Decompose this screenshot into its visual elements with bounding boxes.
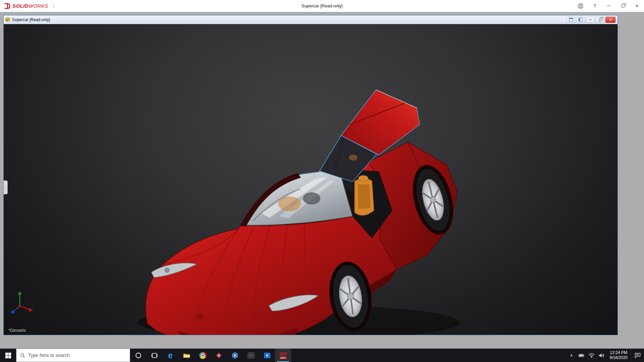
supercar-3d-model[interactable] — [4, 24, 618, 335]
sw-year-label: 2020 — [280, 357, 286, 359]
clock-date: 9/16/2020 — [610, 355, 628, 360]
question-mark-icon: ? — [593, 3, 596, 9]
brand-text: SOLIDWORKS — [12, 3, 48, 9]
pinned-app-dark-window-button[interactable] — [243, 349, 259, 362]
search-input[interactable] — [28, 353, 126, 358]
tray-overflow-button[interactable]: ∧ — [567, 349, 577, 362]
doc-pane-button-b[interactable] — [576, 17, 585, 23]
mdi-background: Supercar [Read-only] × — [0, 12, 644, 349]
brand-bold: SOLID — [12, 3, 29, 9]
graphics-viewport[interactable]: ‹ *Dimetric — [4, 24, 618, 335]
pinned-app-red-button[interactable] — [211, 349, 227, 362]
close-button[interactable]: × — [630, 0, 644, 12]
wifi-icon — [588, 353, 595, 358]
solidworks-mark-icon — [3, 2, 11, 10]
close-icon: × — [609, 17, 612, 22]
restore-icon — [622, 4, 625, 7]
windows-logo-icon — [5, 353, 11, 358]
chevron-left-icon: ‹ — [5, 186, 6, 189]
document-titlebar[interactable]: Supercar [Read-only] × — [4, 15, 618, 24]
chevron-up-icon: ∧ — [570, 353, 573, 358]
taskbar-search[interactable] — [16, 349, 130, 362]
app-titlebar: SOLIDWORKS › Supercar [Read-only] ? × — [0, 0, 644, 12]
view-orientation-label: *Dimetric — [8, 328, 26, 333]
menu-expand-arrow-icon[interactable]: › — [53, 3, 55, 9]
cortana-ring-icon — [135, 352, 142, 359]
solidworks-2020-icon: SW 2020 — [279, 352, 287, 359]
window-split-pane-icon — [579, 18, 583, 21]
app-window-title: Supercar [Read-only] — [302, 3, 343, 8]
doc-restore-button[interactable] — [596, 17, 604, 23]
close-icon: × — [635, 3, 639, 9]
task-view-button[interactable] — [146, 349, 162, 362]
app-window-controls: ? × — [574, 0, 644, 12]
doc-pane-button-a[interactable] — [567, 17, 575, 23]
red-diamond-app-icon — [216, 352, 222, 359]
cortana-button[interactable] — [130, 349, 146, 362]
brand-light: WORKS — [29, 3, 48, 9]
document-window-controls: × — [567, 17, 616, 23]
chrome-button[interactable] — [195, 349, 211, 362]
minimize-icon — [589, 19, 592, 20]
pinned-app-media-button[interactable] — [259, 349, 275, 362]
start-button[interactable] — [0, 349, 16, 362]
system-tray: ∧ 12:24 PM 9/16/2 — [567, 349, 644, 362]
person-circle-icon — [578, 3, 584, 9]
dark-window-app-icon — [248, 352, 255, 359]
solidworks-2020-button[interactable]: SW 2020 — [275, 349, 291, 362]
file-explorer-button[interactable] — [178, 349, 195, 362]
document-title: Supercar [Read-only] — [12, 17, 50, 22]
battery-button[interactable] — [577, 349, 587, 362]
battery-icon — [579, 354, 584, 357]
help-button[interactable]: ? — [588, 0, 602, 12]
taskbar-clock[interactable]: 12:24 PM 9/16/2020 — [607, 350, 631, 360]
folder-icon — [183, 353, 190, 358]
task-view-icon — [151, 352, 158, 359]
account-button[interactable] — [574, 0, 588, 12]
restore-icon — [599, 18, 601, 21]
doc-close-button[interactable]: × — [605, 17, 615, 23]
document-assembly-icon — [5, 17, 10, 22]
volume-button[interactable] — [597, 349, 607, 362]
action-center-button[interactable] — [631, 349, 644, 362]
notification-icon — [635, 353, 641, 358]
window-pane-icon — [569, 18, 573, 21]
sw-label: SW — [279, 352, 287, 356]
windows-taskbar: e SW 2020 — [0, 349, 644, 362]
restore-button[interactable] — [616, 0, 630, 12]
minimize-icon — [607, 6, 611, 6]
clock-time: 12:24 PM — [610, 350, 628, 355]
solidworks-logo: SOLIDWORKS — [0, 2, 48, 10]
doc-minimize-button[interactable] — [586, 17, 595, 23]
blue-media-app-icon — [264, 352, 271, 359]
network-button[interactable] — [587, 349, 597, 362]
blue-hexagon-app-icon — [231, 352, 238, 359]
edge-icon: e — [168, 351, 173, 360]
chrome-icon — [199, 352, 206, 359]
minimize-button[interactable] — [602, 0, 616, 12]
search-icon — [20, 353, 25, 358]
pinned-app-hexagon-button[interactable] — [227, 349, 243, 362]
document-window: Supercar [Read-only] × — [3, 15, 618, 335]
edge-button[interactable]: e — [162, 349, 178, 362]
speaker-icon — [598, 353, 605, 358]
featuremanager-flyout-tab[interactable]: ‹ — [4, 180, 8, 194]
orientation-triad-icon — [8, 289, 38, 319]
